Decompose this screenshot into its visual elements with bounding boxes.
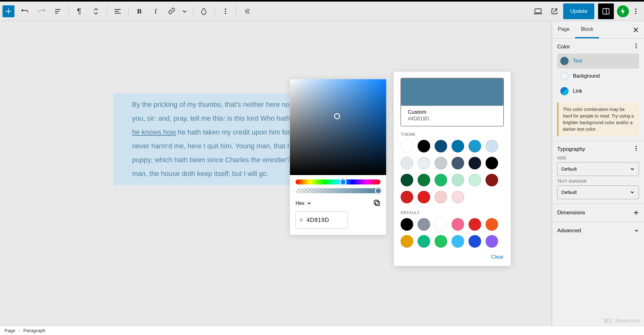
font-size-select[interactable]: Default — [557, 162, 639, 176]
kebab-icon — [633, 43, 639, 49]
svg-point-15 — [636, 148, 637, 149]
bold-icon: B — [137, 7, 142, 15]
color-swatch[interactable] — [452, 235, 464, 248]
color-format-select[interactable]: Hex — [296, 200, 311, 206]
copy-color-button[interactable] — [373, 199, 380, 208]
double-chevron-left-icon — [243, 8, 251, 15]
color-swatch[interactable] — [469, 235, 481, 248]
hash-prefix: # — [300, 217, 303, 223]
settings-sidebar: Page Block Color Text Background Link Th… — [552, 21, 644, 326]
saturation-handle[interactable] — [334, 113, 340, 119]
alpha-handle[interactable] — [375, 187, 382, 194]
custom-color-label: Custom — [401, 106, 503, 115]
color-swatch[interactable] — [418, 140, 430, 152]
color-swatch[interactable] — [401, 157, 413, 169]
color-swatch[interactable] — [486, 140, 498, 152]
close-sidebar-button[interactable] — [629, 27, 643, 33]
color-swatch[interactable] — [486, 218, 498, 231]
clear-color-button[interactable]: Clear — [401, 254, 504, 260]
hue-slider[interactable] — [296, 179, 380, 184]
color-swatch[interactable] — [469, 174, 481, 186]
color-swatch[interactable] — [435, 157, 447, 169]
color-swatch[interactable] — [418, 157, 430, 169]
color-swatch[interactable] — [486, 157, 498, 169]
color-swatch[interactable] — [469, 218, 481, 231]
custom-color-card[interactable]: Custom #4D819D — [401, 78, 504, 126]
copy-icon — [373, 199, 380, 206]
hue-handle[interactable] — [340, 178, 347, 185]
preview-external-button[interactable] — [547, 4, 562, 19]
color-swatch[interactable] — [401, 235, 413, 248]
color-row-link[interactable]: Link — [557, 84, 639, 99]
collapse-toolbar-button[interactable] — [240, 4, 255, 19]
view-mode-button[interactable] — [530, 4, 546, 19]
color-swatch[interactable] — [469, 157, 481, 169]
tab-page[interactable]: Page — [552, 21, 575, 38]
text-color-swatch — [560, 57, 569, 65]
typography-section-more[interactable] — [633, 146, 639, 153]
link-button[interactable] — [164, 4, 180, 19]
hex-input[interactable]: # — [296, 211, 348, 228]
color-swatch[interactable] — [401, 174, 413, 186]
color-swatch[interactable] — [418, 235, 430, 248]
color-swatch[interactable] — [452, 191, 464, 203]
hex-field[interactable] — [306, 217, 344, 224]
add-block-button[interactable] — [3, 5, 14, 17]
highlight-button[interactable] — [196, 4, 211, 19]
color-swatch[interactable] — [401, 218, 413, 231]
transform-button[interactable] — [88, 4, 103, 19]
color-swatch[interactable] — [418, 218, 430, 231]
saturation-field[interactable] — [290, 79, 386, 175]
color-swatch[interactable] — [486, 235, 498, 248]
link-more-button[interactable] — [180, 4, 190, 19]
color-swatch[interactable] — [469, 140, 481, 152]
breadcrumb-page[interactable]: Page — [4, 328, 15, 333]
svg-rect-10 — [375, 201, 380, 206]
update-button[interactable]: Update — [563, 3, 594, 19]
color-swatch[interactable] — [401, 140, 413, 152]
jetpack-button[interactable] — [617, 5, 629, 17]
dimensions-heading: Dimensions — [557, 210, 585, 216]
bold-button[interactable]: B — [132, 4, 147, 19]
color-row-text[interactable]: Text — [557, 53, 639, 69]
alpha-slider[interactable] — [296, 188, 380, 193]
sidebar-toggle-button[interactable] — [598, 3, 614, 19]
color-swatch[interactable] — [435, 174, 447, 186]
undo-button[interactable] — [18, 4, 33, 19]
external-link-icon — [551, 8, 558, 15]
align-button[interactable] — [110, 4, 125, 19]
redo-button[interactable] — [34, 4, 49, 19]
color-swatch[interactable] — [418, 191, 430, 203]
document-outline-button[interactable] — [50, 4, 65, 19]
breadcrumb-paragraph[interactable]: Paragraph — [23, 328, 45, 333]
top-more-button[interactable] — [630, 4, 641, 19]
dimensions-section[interactable]: Dimensions — [552, 204, 644, 222]
color-swatch[interactable] — [452, 140, 464, 152]
link-icon — [168, 7, 176, 15]
color-section-more[interactable] — [633, 43, 639, 50]
tab-block[interactable]: Block — [575, 21, 599, 38]
text-shadow-select[interactable]: Default — [557, 185, 639, 199]
color-swatch[interactable] — [435, 235, 447, 248]
svg-point-3 — [225, 13, 226, 14]
color-swatch[interactable] — [486, 174, 498, 186]
paragraph-button[interactable]: ¶ — [72, 4, 87, 19]
color-swatch[interactable] — [452, 157, 464, 169]
color-swatch[interactable] — [401, 191, 413, 203]
background-color-label: Background — [573, 73, 600, 79]
svg-text:¶: ¶ — [77, 8, 81, 15]
svg-point-8 — [635, 13, 636, 14]
text-shadow-label: TEXT SHADOW — [557, 179, 639, 184]
advanced-section[interactable]: Advanced — [552, 222, 644, 239]
color-row-background[interactable]: Background — [557, 69, 639, 84]
svg-rect-5 — [603, 8, 609, 14]
color-swatch[interactable] — [435, 191, 447, 203]
color-swatch[interactable] — [418, 174, 430, 186]
color-swatch[interactable] — [452, 218, 464, 231]
color-swatch[interactable] — [452, 174, 464, 186]
svg-point-11 — [636, 43, 637, 45]
italic-button[interactable]: I — [148, 4, 163, 19]
color-swatch[interactable] — [435, 140, 447, 152]
more-options-button[interactable] — [218, 4, 233, 19]
color-swatch[interactable] — [435, 218, 447, 231]
